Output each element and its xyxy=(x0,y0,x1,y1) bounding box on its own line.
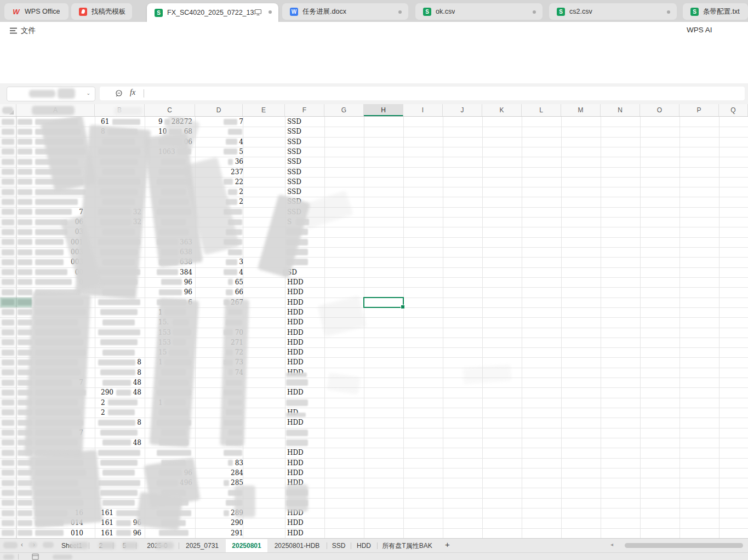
wps-ai-button[interactable]: WPS AI xyxy=(687,26,712,34)
redaction-blur xyxy=(35,209,72,215)
tab-modified-dot[interactable] xyxy=(269,10,272,14)
column-header-C[interactable]: C xyxy=(145,104,195,116)
cell-fragment: SSD xyxy=(287,117,323,127)
column-header-J[interactable]: J xyxy=(443,104,482,116)
gridline xyxy=(0,347,748,348)
sheet-tab-HDD[interactable]: HDD xyxy=(351,539,377,553)
gridline xyxy=(364,117,364,538)
name-box-chevron[interactable]: ⌄ xyxy=(86,90,90,96)
sheet-tab-20250801-HDB[interactable]: 20250801-HDB xyxy=(267,539,327,553)
tab-modified-dot[interactable] xyxy=(398,10,402,14)
column-header-E[interactable]: E xyxy=(243,104,285,116)
document-tab[interactable]: S条带配置.txt xyxy=(683,3,748,20)
sheet-tab-所有盘T属性BAK[interactable]: 所有盘T属性BAK xyxy=(377,539,437,553)
tab-modified-dot[interactable] xyxy=(667,10,670,14)
redaction-blur xyxy=(2,279,14,285)
hscroll-thumb[interactable] xyxy=(625,543,743,548)
gridline xyxy=(0,328,748,328)
redaction-blur xyxy=(161,279,182,285)
wps-spreadsheet-window: WWPS Office找稿壳模板SFX_SC4020_2025_0722_133… xyxy=(0,0,748,560)
redaction-blur xyxy=(224,179,233,185)
column-header-K[interactable]: K xyxy=(482,104,522,116)
selected-row-tint xyxy=(0,298,32,307)
hscroll-left-arrow[interactable]: ◂ xyxy=(610,541,613,547)
redaction-blur xyxy=(122,542,138,549)
selected-cell[interactable] xyxy=(363,297,404,308)
redaction-blur xyxy=(98,329,140,335)
tab-modified-dot[interactable] xyxy=(533,10,536,14)
sheet-tab-SSD[interactable]: SSD xyxy=(327,539,351,553)
file-menu[interactable]: 文件 xyxy=(21,26,36,36)
column-header-M[interactable]: M xyxy=(561,104,601,116)
document-tab[interactable]: WWPS Office xyxy=(4,3,68,20)
redaction-blur xyxy=(18,219,32,225)
column-header-P[interactable]: P xyxy=(680,104,719,116)
gridline xyxy=(0,468,748,468)
redaction-blur xyxy=(102,380,131,386)
column-header-D[interactable]: D xyxy=(195,104,243,116)
name-box[interactable]: ⌄ xyxy=(7,87,95,101)
redaction-blur xyxy=(3,542,18,548)
hamburger-menu-icon[interactable] xyxy=(9,27,18,35)
redaction-blur xyxy=(2,249,14,255)
column-header-G[interactable]: G xyxy=(324,104,364,116)
column-header-I[interactable]: I xyxy=(403,104,443,116)
redaction-blur xyxy=(112,119,140,125)
redaction-blur xyxy=(235,485,255,517)
sheet-nav-prev-icon[interactable]: ‹ xyxy=(21,541,23,548)
zoom-out-icon[interactable] xyxy=(115,89,123,98)
cell-fragment: SD xyxy=(287,267,323,277)
column-header-L[interactable]: L xyxy=(522,104,561,116)
document-tab[interactable]: W任务进展.docx xyxy=(282,3,408,20)
wps-logo-icon: W xyxy=(12,8,20,16)
document-tab[interactable]: Sok.csv xyxy=(415,3,543,20)
redaction-blur xyxy=(102,470,135,476)
redaction-blur xyxy=(18,309,32,315)
redaction-blur xyxy=(2,399,14,405)
redaction-blur xyxy=(18,189,32,195)
column-header-N[interactable]: N xyxy=(601,104,640,116)
redaction-blur xyxy=(116,510,140,516)
redaction-blur xyxy=(286,430,308,436)
cell-fragment: SSD xyxy=(287,177,323,187)
spreadsheet-doc-icon: S xyxy=(155,9,163,17)
cell-fragment: SSD xyxy=(287,137,323,147)
redaction-blur xyxy=(35,199,78,205)
spreadsheet-grid[interactable]: 619282727SSD81068SSD064SSD10635SSD36SSD2… xyxy=(0,117,748,538)
redaction-blur xyxy=(18,209,32,215)
redaction-blur xyxy=(18,500,32,506)
page-icon[interactable] xyxy=(32,553,39,560)
cell-fragment: HDD xyxy=(287,387,323,397)
column-header-Q[interactable]: Q xyxy=(719,104,748,116)
redaction-blur xyxy=(2,169,14,175)
cell-fragment: 290 xyxy=(208,518,243,528)
document-tab[interactable]: Scs2.csv xyxy=(549,3,677,20)
fill-handle[interactable] xyxy=(401,305,405,309)
redaction-blur xyxy=(228,159,233,165)
gridline xyxy=(16,117,17,538)
word-doc-icon: W xyxy=(290,8,298,16)
redaction-blur xyxy=(108,409,135,415)
document-tab[interactable]: SFX_SC4020_2025_0722_1335 xyxy=(147,3,278,22)
redaction-blur xyxy=(100,339,138,345)
cell-fragment: HDD xyxy=(287,518,323,528)
gridline xyxy=(0,458,748,459)
document-tab[interactable]: 找稿壳模板 xyxy=(71,3,132,20)
redaction-blur xyxy=(98,420,135,426)
redaction-blur xyxy=(53,555,72,559)
gridline xyxy=(482,117,483,538)
formula-input[interactable]: fx xyxy=(100,87,745,100)
cell-fragment: 65 xyxy=(208,277,243,287)
redaction-blur xyxy=(2,289,14,295)
redaction-blur xyxy=(2,269,14,275)
add-sheet-button[interactable]: + xyxy=(445,540,450,549)
gridline xyxy=(0,478,748,478)
column-header-H[interactable]: H xyxy=(364,104,403,116)
column-header-O[interactable]: O xyxy=(640,104,680,116)
redaction-blur xyxy=(18,139,32,145)
sheet-tab-20250801[interactable]: 20250801 xyxy=(226,539,267,553)
redaction-blur xyxy=(2,148,14,155)
column-header-F[interactable]: F xyxy=(285,104,324,116)
sheet-tab-2025_0731[interactable]: 2025_0731 xyxy=(179,539,226,553)
gridline xyxy=(0,317,748,318)
